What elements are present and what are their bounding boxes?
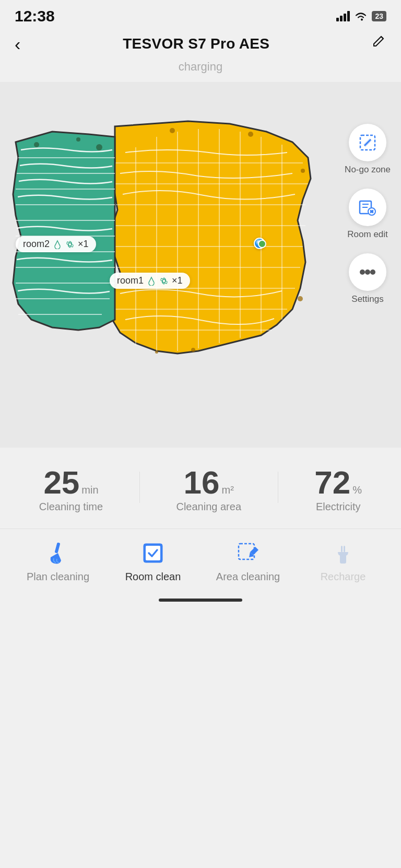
svg-point-32	[96, 144, 102, 150]
room-edit-button[interactable]: Room edit	[347, 189, 387, 240]
area-cleaning-icon	[234, 539, 262, 567]
room1-label: room1 ×1	[110, 273, 190, 289]
room-clean-icon	[139, 539, 167, 567]
svg-point-51	[360, 269, 365, 275]
back-button[interactable]: ‹	[15, 35, 20, 53]
svg-point-34	[248, 132, 253, 137]
room2-water-icon	[53, 240, 62, 249]
svg-rect-54	[55, 543, 61, 554]
svg-point-36	[298, 296, 303, 301]
svg-rect-56	[146, 546, 160, 560]
electricity-unit: %	[352, 484, 362, 496]
nav-area-cleaning[interactable]: Area cleaning	[211, 539, 285, 583]
room2-shape	[13, 132, 115, 330]
electricity-label: Electricity	[316, 501, 361, 513]
map-sidebar: No-go zone Room edit	[345, 124, 391, 304]
svg-marker-43	[363, 138, 372, 147]
cleaning-area-label: Cleaning area	[176, 501, 241, 513]
map-container[interactable]: room2 ×1 room1 ×1	[0, 82, 401, 448]
cleaning-time-label: Cleaning time	[39, 501, 103, 513]
electricity-value: 72	[314, 466, 350, 499]
plan-cleaning-icon	[44, 539, 72, 567]
app-header: ‹ TESVOR S7 Pro AES	[0, 29, 401, 56]
nav-recharge[interactable]: Recharge	[306, 539, 380, 583]
stats-row: 25 min Cleaning time 16 m² Cleaning area…	[0, 448, 401, 529]
svg-point-35	[301, 169, 305, 173]
battery-indicator: 23	[372, 11, 386, 21]
svg-point-53	[370, 269, 375, 275]
svg-rect-60	[344, 546, 345, 552]
svg-marker-0	[110, 121, 311, 354]
recharge-icon	[329, 539, 357, 567]
no-go-zone-icon	[358, 133, 377, 152]
cleaning-area-unit: m²	[222, 484, 234, 496]
room1-shape	[110, 121, 311, 354]
settings-label: Settings	[351, 294, 383, 304]
svg-point-30	[34, 142, 39, 147]
nav-room-clean[interactable]: Room clean	[116, 539, 190, 583]
svg-rect-59	[341, 546, 343, 552]
svg-point-40	[162, 279, 166, 283]
stat-divider-2	[278, 472, 278, 503]
plan-cleaning-label: Plan cleaning	[27, 571, 89, 583]
room2-name: room2	[23, 239, 50, 250]
status-bar: 12:38 23	[0, 0, 401, 29]
bottom-indicator	[0, 591, 401, 609]
cleaning-area-stat: 16 m² Cleaning area	[176, 466, 241, 513]
cleaning-time-unit: min	[81, 484, 98, 496]
wifi-icon	[354, 11, 368, 21]
room2-fan-icon	[65, 240, 75, 249]
svg-point-31	[76, 137, 80, 142]
area-cleaning-label: Area cleaning	[216, 571, 280, 583]
room-edit-icon	[358, 198, 377, 217]
electricity-stat: 72 % Electricity	[314, 466, 362, 513]
status-icons: 23	[336, 11, 386, 21]
svg-point-52	[365, 269, 370, 275]
cleaning-time-stat: 25 min Cleaning time	[39, 466, 103, 513]
room-clean-label: Room clean	[125, 571, 181, 583]
room2-label: room2 ×1	[16, 236, 96, 252]
cleaning-area-value: 16	[184, 466, 220, 499]
room1-water-icon	[147, 276, 156, 286]
svg-point-38	[155, 350, 158, 354]
recharge-label: Recharge	[321, 571, 366, 583]
no-go-zone-button[interactable]: No-go zone	[345, 124, 391, 175]
cleaning-time-value: 25	[43, 466, 79, 499]
svg-point-37	[191, 348, 195, 352]
nav-plan-cleaning[interactable]: Plan cleaning	[21, 539, 95, 583]
svg-point-33	[170, 128, 175, 133]
status-time: 12:38	[15, 7, 55, 25]
home-indicator	[159, 599, 242, 602]
no-go-zone-label: No-go zone	[345, 165, 391, 175]
map-svg	[10, 92, 324, 432]
room2-count: ×1	[78, 239, 89, 250]
bottom-nav: Plan cleaning Room clean Area cleaning	[0, 529, 401, 591]
charging-status: charging	[0, 56, 401, 82]
edit-button[interactable]	[372, 34, 386, 53]
room1-name: room1	[117, 275, 144, 286]
signal-icon	[336, 11, 350, 21]
stat-divider-1	[139, 472, 140, 503]
room1-count: ×1	[172, 275, 183, 286]
room1-fan-icon	[159, 276, 169, 286]
room-edit-label: Room edit	[347, 229, 387, 240]
settings-button[interactable]: Settings	[349, 253, 386, 304]
page-title: TESVOR S7 Pro AES	[123, 36, 269, 52]
svg-point-39	[68, 243, 72, 246]
settings-icon	[359, 269, 376, 275]
